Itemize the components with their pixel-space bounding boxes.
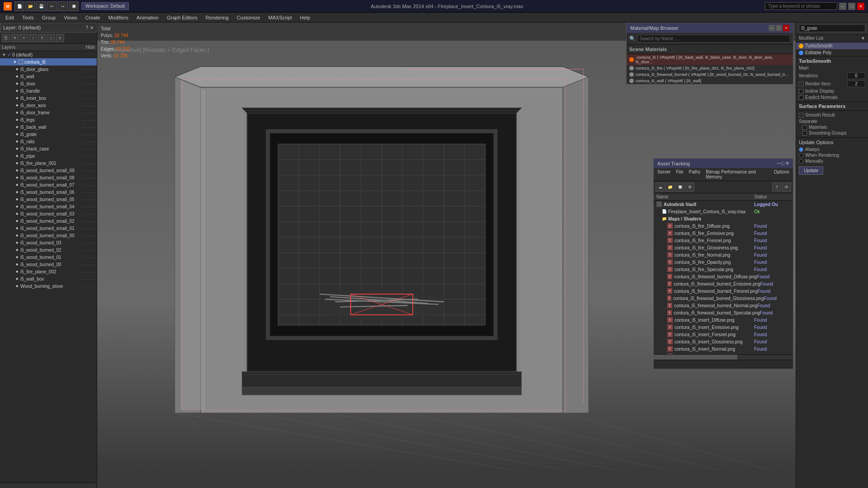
materials-checkbox[interactable] (802, 125, 807, 130)
modifier-editable-poly[interactable]: Editable Poly (796, 49, 868, 56)
at-row-ins-refract[interactable]: T contura_i5_insert_Refraction.png Found (654, 352, 793, 354)
layer-item-handle[interactable]: ◆ i5_handle — — — (0, 87, 97, 94)
at-min-button[interactable]: ─ (777, 160, 781, 166)
layer-item-wood-06[interactable]: ◆ i5_wood_burned_small_06 — — — (0, 188, 97, 196)
layer-item-wood-09[interactable]: ◆ i5_wood_burned_small_09 — — — (0, 167, 97, 174)
maximize-button[interactable]: □ (848, 3, 855, 10)
layer-item-wood-03[interactable]: ◆ i5_wood_burned_small_03 — — — (0, 210, 97, 217)
render-iters-checkbox[interactable] (799, 82, 803, 86)
at-tool-2[interactable]: 📁 (665, 183, 675, 192)
at-scrollbar[interactable] (654, 354, 793, 360)
modifier-list-dropdown[interactable]: ▼ (861, 36, 865, 41)
layer-item-fire-002[interactable]: ◆ i5_fire_plane_002 — — — (0, 268, 97, 275)
at-row-fire-diff[interactable]: T contura_i5_fire_Diffuse.png Found (654, 222, 793, 230)
layer-item-wood-stove[interactable]: ◆ Wood_burning_stove — — — (0, 282, 97, 290)
at-max-button[interactable]: □ (781, 160, 784, 166)
layer-item-wood-b00[interactable]: ◆ i5_wood_burned_00 — — — (0, 261, 97, 268)
mat-item-fire[interactable]: contura_i5_fire ( VRayMtl ) [i5_fire_pla… (627, 65, 793, 71)
at-row-maps-folder[interactable]: 📁 Maps / Shaders (654, 215, 793, 222)
layer-tool-add[interactable]: + (20, 34, 28, 42)
layer-help-button[interactable]: ? (85, 25, 88, 30)
explicit-normals-checkbox[interactable] (799, 95, 803, 100)
at-row-fire-gloss[interactable]: T contura_i5_fire_Glossiness.png Found (654, 244, 793, 251)
at-row-max-file[interactable]: 📄 Fireplace_Insert_Contura_i5_vray.max O… (654, 208, 793, 215)
menu-create[interactable]: Create (81, 14, 104, 21)
layer-item-door-axis[interactable]: ◆ i5_door_axis — — — (0, 102, 97, 109)
save-btn[interactable]: 💾 (36, 1, 46, 11)
menu-animation[interactable]: Animation (133, 14, 162, 21)
at-row-fw-gloss[interactable]: T contura_i5_firewood_burned_Glossiness.… (654, 295, 793, 302)
mat-browser-min[interactable]: ─ (769, 25, 775, 31)
layer-item-fire-plane-001[interactable]: ◆ i5_fire_plane_001 — — — (0, 160, 97, 167)
menu-customize[interactable]: Customize (233, 14, 264, 21)
layer-item-inner-box[interactable]: ◆ i5_inner_box — — — (0, 94, 97, 102)
at-menu-file[interactable]: File (673, 169, 686, 180)
iterations-input[interactable] (847, 72, 865, 79)
at-menu-paths[interactable]: Paths (686, 169, 703, 180)
layer-item-wood-05[interactable]: ◆ i5_wood_burned_small_05 — — — (0, 196, 97, 203)
layer-item-black-case[interactable]: ◆ i5_black_case — — — (0, 145, 97, 152)
layer-item-wood-01[interactable]: ◆ i5_wood_burned_small_01 — — — (0, 225, 97, 232)
layer-item-ralis[interactable]: ◆ i5_ralis — — — (0, 138, 97, 145)
at-row-vault[interactable]: Autodesk Vault Logged Ou (654, 201, 793, 208)
workspace-button[interactable]: Workspace: Default (81, 2, 129, 10)
layer-item-wood-b01[interactable]: ◆ i5_wood_burned_01 — — — (0, 253, 97, 261)
minimize-button[interactable]: ─ (839, 3, 846, 10)
layer-tool-delete[interactable]: ✕ (11, 34, 19, 42)
at-row-fw-normal[interactable]: T contura_i5_firewood_burned_Normal.png … (654, 302, 793, 309)
mat-item-firewood[interactable]: contura_i5_firewood_burned ( VRayMtl ) [… (627, 71, 793, 78)
at-tool-3[interactable]: 🔲 (675, 183, 684, 192)
layer-scrollbar[interactable] (0, 483, 97, 488)
at-row-fire-emis[interactable]: T contura_i5_fire_Emissive.png Found (654, 230, 793, 237)
at-row-fw-diff[interactable]: T contura_i5_firewood_burned_Diffuse.png… (654, 273, 793, 280)
mat-browser-max[interactable]: □ (776, 25, 782, 31)
layer-item-wall[interactable]: ◆ i5_wall — — — (0, 73, 97, 80)
menu-modifiers[interactable]: Modifiers (104, 14, 132, 21)
layer-tool-up[interactable]: ↑ (29, 34, 37, 42)
layer-item-grate[interactable]: ◆ i5_grate — — — (0, 131, 97, 138)
menu-help[interactable]: Help (297, 14, 314, 21)
modifier-name-field[interactable] (799, 24, 865, 32)
layer-item-wood-08[interactable]: ◆ i5_wood_burned_small_08 — — — (0, 174, 97, 181)
layer-item-pipe[interactable]: ◆ i5_pipe — — — (0, 152, 97, 160)
menu-graph-editors[interactable]: Graph Editors (163, 14, 201, 21)
search-input[interactable] (765, 2, 837, 10)
menu-tools[interactable]: Tools (19, 14, 38, 21)
at-row-ins-normal[interactable]: T contura_i5_insert_Normal.png Found (654, 345, 793, 352)
menu-edit[interactable]: Edit (2, 14, 18, 21)
menu-maxscript[interactable]: MAXScript (265, 14, 296, 21)
close-button[interactable]: ✕ (857, 3, 864, 10)
smooth-result-checkbox[interactable] (799, 113, 803, 117)
at-row-fire-normal[interactable]: T contura_i5_fire_Normal.png Found (654, 251, 793, 258)
at-tool-4[interactable]: ⚙ (685, 183, 694, 192)
at-refresh-btn[interactable]: ⟳ (782, 183, 791, 192)
layer-item-wood-04[interactable]: ◆ i5_wood_burned_small_04 — — — (0, 203, 97, 210)
mat-search-input[interactable] (637, 35, 790, 42)
layer-tool-down2[interactable]: ⇓ (56, 34, 64, 42)
undo-btn[interactable]: ↩ (47, 1, 57, 11)
at-row-fw-emis[interactable]: T contura_i5_firewood_burned_Emissive.pn… (654, 280, 793, 287)
at-row-fire-specular[interactable]: T contura_i5_fire_Specular.png Found (654, 266, 793, 273)
redo-btn[interactable]: ↪ (58, 1, 68, 11)
manually-radio[interactable] (799, 159, 803, 164)
at-help-btn[interactable]: ? (772, 183, 781, 192)
layer-tool-down[interactable]: ↓ (47, 34, 55, 42)
layer-item-door[interactable]: ◆ i5_door — — — (0, 80, 97, 87)
isoline-checkbox[interactable] (799, 89, 803, 94)
layer-tool-menu[interactable]: ☰ (2, 34, 10, 42)
layer-item-wood-00[interactable]: ◆ i5_wood_burned_small_00 — — — (0, 232, 97, 239)
at-row-fw-fresnel[interactable]: T contura_i5_firewood_burned_Fresnel.png… (654, 287, 793, 295)
layer-item-wood-b02[interactable]: ◆ i5_wood_burned_02 — — — (0, 246, 97, 253)
layer-item-0-default[interactable]: ▼ ✓ 0 (default) (0, 51, 97, 58)
layer-item-wood-b03[interactable]: ◆ i5_wood_burned_03 — — — (0, 239, 97, 246)
layer-close-button[interactable]: ✕ (90, 25, 94, 30)
layer-item-wood-02[interactable]: ◆ i5_wood_burned_small_02 — — — (0, 217, 97, 225)
render-iters-input[interactable] (847, 80, 865, 87)
at-row-ins-diff[interactable]: T contura_i5_insert_Diffuse.png Found (654, 316, 793, 324)
at-row-ins-fresnel[interactable]: T contura_i5_insert_Fresnel.png Found (654, 331, 793, 338)
at-row-fire-fresnel[interactable]: T contura_i5_fire_Fresnel.png Found (654, 237, 793, 244)
layer-item-door-glass[interactable]: ◆ i5_door_glass — — — (0, 66, 97, 73)
at-menu-server[interactable]: Server (655, 169, 673, 180)
layer-tool-up2[interactable]: ⇑ (38, 34, 46, 42)
smoothing-groups-checkbox[interactable] (802, 131, 807, 136)
